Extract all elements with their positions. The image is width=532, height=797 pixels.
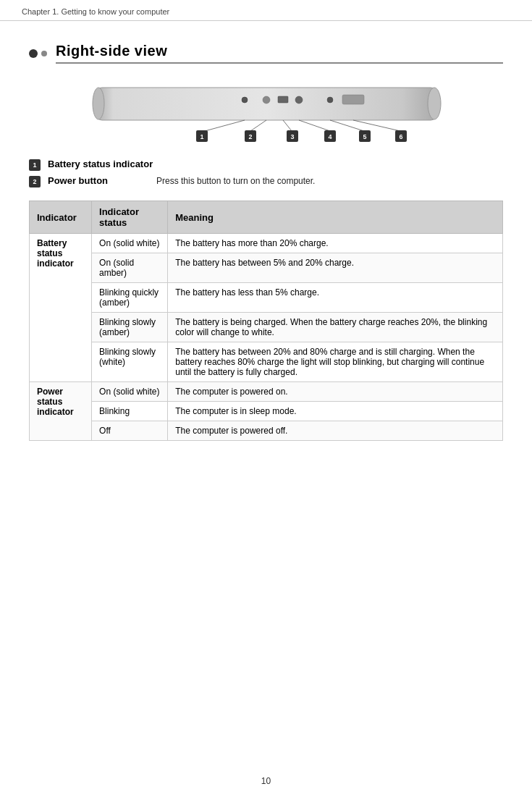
status-power-blinking: Blinking [92,402,168,421]
svg-rect-5 [278,96,288,103]
svg-point-3 [242,97,248,103]
page-number: 10 [261,776,271,786]
svg-point-4 [263,96,270,104]
main-content: Right-side view [0,21,532,470]
chapter-header: Chapter 1. Getting to know your computer [0,0,532,21]
meaning-power-on-white: The computer is powered on. [168,382,503,402]
item-label-1: Battery status indicator [48,159,153,169]
section-title-row: Right-side view [29,43,503,64]
svg-text:5: 5 [363,133,366,140]
svg-line-14 [353,120,400,131]
dot-large [29,49,38,58]
section-dots [29,49,47,58]
meaning-blinking-slow-amber: The battery is being charged. When the b… [168,313,503,342]
col-header-indicator: Indicator [30,201,92,234]
col-header-status: Indicator status [92,201,168,234]
table-row: Blinking The computer is in sleep mode. [30,402,503,421]
svg-line-9 [205,120,245,131]
item-desc-2: Press this button to turn on the compute… [156,176,315,186]
dot-small [41,51,47,56]
svg-text:4: 4 [328,133,332,140]
power-indicator-label: Power statusindicator [30,382,92,441]
table-row: Blinking slowly (white) The battery has … [30,342,503,382]
svg-text:2: 2 [248,133,252,140]
svg-line-11 [283,120,292,131]
item-label-2: Power button [48,175,149,186]
status-solid-amber: On (solid amber) [92,253,168,283]
laptop-diagram: 1 2 3 4 5 6 [29,77,503,146]
item-badge-2: 2 [29,176,41,187]
table-row: Power statusindicator On (solid white) T… [30,382,503,402]
item-row-1: 1 Battery status indicator [29,159,503,171]
svg-rect-0 [96,88,436,120]
meaning-solid-amber: The battery has between 5% and 20% charg… [168,253,503,283]
meaning-solid-white: The battery has more than 20% charge. [168,234,503,253]
chapter-header-text: Chapter 1. Getting to know your computer [22,7,169,16]
svg-point-6 [295,96,303,104]
meaning-blinking-quick-amber: The battery has less than 5% charge. [168,283,503,313]
svg-line-13 [330,120,364,131]
col-header-meaning: Meaning [168,201,503,234]
table-row: Blinking slowly (amber) The battery is b… [30,313,503,342]
svg-text:1: 1 [200,133,203,140]
meaning-power-blinking: The computer is in sleep mode. [168,402,503,421]
meaning-power-off: The computer is powered off. [168,421,503,441]
item-badge-1: 1 [29,159,41,171]
item-row-2: 2 Power button Press this button to turn… [29,175,503,187]
status-solid-white: On (solid white) [92,234,168,253]
svg-point-7 [327,97,333,103]
table-row: Off The computer is powered off. [30,421,503,441]
svg-point-1 [93,88,104,119]
status-blinking-quick-amber: Blinking quickly (amber) [92,283,168,313]
table-row: Blinking quickly (amber) The battery has… [30,283,503,313]
laptop-side-view-svg: 1 2 3 4 5 6 [85,77,447,146]
svg-rect-8 [342,95,364,104]
svg-point-2 [428,88,441,119]
status-power-off: Off [92,421,168,441]
svg-line-10 [250,120,266,131]
meaning-blinking-slow-white: The battery has between 20% and 80% char… [168,342,503,382]
table-header-row: Indicator Indicator status Meaning [30,201,503,234]
items-list: 1 Battery status indicator 2 Power butto… [29,159,503,187]
svg-text:6: 6 [399,133,402,140]
table-row: Battery statusindicator On (solid white)… [30,234,503,253]
table-row: On (solid amber) The battery has between… [30,253,503,283]
status-blinking-slow-white: Blinking slowly (white) [92,342,168,382]
svg-text:3: 3 [290,133,294,140]
section-title: Right-side view [56,43,503,64]
battery-indicator-label: Battery statusindicator [30,234,92,382]
status-power-on-white: On (solid white) [92,382,168,402]
status-blinking-slow-amber: Blinking slowly (amber) [92,313,168,342]
svg-line-12 [299,120,330,131]
indicator-table: Indicator Indicator status Meaning Batte… [29,201,503,441]
